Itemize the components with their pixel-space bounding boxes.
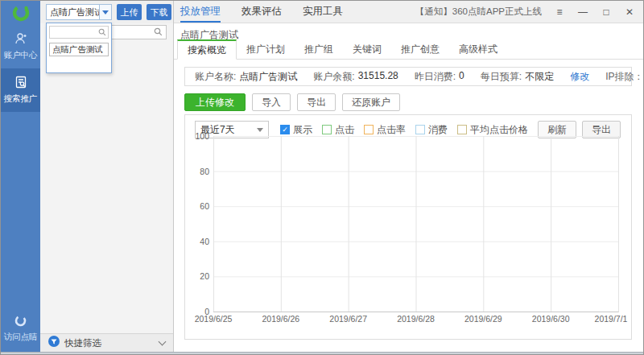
metric-ctr[interactable]: 点击率 xyxy=(364,123,406,137)
account-info-bar: 账户名称: 点睛广告测试 账户余额: 31515.28 昨日消费: 0 每日预算… xyxy=(184,67,632,86)
notice-text[interactable]: 【通知】360点睛APP正式上线 xyxy=(415,6,542,18)
checkbox-icon[interactable] xyxy=(364,125,374,134)
menu-icon[interactable]: ≡ xyxy=(554,6,565,18)
tab-keywords[interactable]: 关键词 xyxy=(343,40,391,59)
checkbox-checked-icon[interactable]: ✓ xyxy=(280,125,290,134)
left-panel-toolbar: 点睛广告测试 上传 下载 xyxy=(40,1,173,23)
metric-checkboxes: ✓ 展示 点击 点击率 消费 xyxy=(280,123,528,137)
maximize-icon[interactable]: □ xyxy=(601,6,612,18)
daily-budget-field: 每日预算: 不限定 xyxy=(481,70,554,84)
user-icon xyxy=(1,31,40,47)
tab-promotion-creative[interactable]: 推广创意 xyxy=(391,40,449,59)
dianjing-logo-icon xyxy=(11,3,31,26)
left-panel: 点睛广告测试 上传 下载 xyxy=(40,1,174,354)
select-caret-zone[interactable] xyxy=(99,5,111,19)
import-button[interactable]: 导入 xyxy=(252,93,291,111)
tab-delivery-management[interactable]: 投放管理 xyxy=(180,1,221,23)
x-tick: 2019/6/28 xyxy=(397,314,435,324)
close-icon[interactable]: ✕ xyxy=(624,6,635,18)
upload-modify-button[interactable]: 上传修改 xyxy=(184,93,246,111)
x-tick: 2019/6/25 xyxy=(195,314,233,324)
caret-down-icon xyxy=(102,10,109,14)
tab-promotion-plan[interactable]: 推广计划 xyxy=(237,40,295,59)
sidebar-item-account-center[interactable]: 账户中心 xyxy=(1,25,40,68)
titlebar: 投放管理 效果评估 实用工具 【通知】360点睛APP正式上线 ≡ — □ ✕ xyxy=(174,1,643,23)
checkbox-icon[interactable] xyxy=(322,125,332,134)
dropdown-search-input[interactable] xyxy=(52,28,98,37)
main-content: 点睛广告测试 搜索概览 推广计划 推广组 关键词 推广创意 高级样式 账户名称:… xyxy=(174,23,643,354)
y-tick: 100 xyxy=(195,131,209,141)
dropdown-search[interactable] xyxy=(49,26,109,39)
tab-effect-evaluation[interactable]: 效果评估 xyxy=(242,1,282,23)
quick-filter-label: 快捷筛选 xyxy=(64,337,101,349)
search-icon xyxy=(98,25,106,39)
metric-avg-cpc[interactable]: 平均点击价格 xyxy=(457,123,528,137)
filter-icon xyxy=(48,336,60,350)
window-bottom-frame xyxy=(1,352,643,354)
account-select-dropdown: 点睛广告测试 xyxy=(46,23,112,73)
sidebar-item-label: 搜索推广 xyxy=(4,93,38,103)
checkbox-icon[interactable] xyxy=(415,125,425,134)
titlebar-right: 【通知】360点睛APP正式上线 ≡ — □ ✕ xyxy=(415,6,643,18)
tab-promotion-group[interactable]: 推广组 xyxy=(295,40,343,59)
dianjing-ring-icon xyxy=(1,314,40,329)
modify-link[interactable]: 修改 xyxy=(570,70,589,84)
ip-exclusion-field: IP排除： 已设置(3) xyxy=(605,70,644,84)
action-buttons: 上传修改 导入 导出 还原账户 xyxy=(184,93,400,111)
chart-panel: 最近7天 ✓ 展示 点击 点 xyxy=(184,114,632,340)
sidebar-item-label: 账户中心 xyxy=(4,50,38,60)
metric-impressions[interactable]: ✓ 展示 xyxy=(280,123,312,137)
chevron-down-icon[interactable] xyxy=(159,338,167,346)
account-name-field: 账户名称: 点睛广告测试 xyxy=(195,70,297,84)
account-select-value: 点睛广告测试 xyxy=(47,6,99,19)
dropdown-option-account[interactable]: 点睛广告测试 xyxy=(49,43,109,56)
account-balance-field: 账户余额: 31515.28 xyxy=(313,70,398,84)
section-tabs: 搜索概览 推广计划 推广组 关键词 推广创意 高级样式 xyxy=(174,40,643,60)
sidebar-item-search-promotion[interactable]: 搜索推广 xyxy=(1,68,40,112)
x-tick: 2019/6/29 xyxy=(464,314,502,324)
main-area: 投放管理 效果评估 实用工具 【通知】360点睛APP正式上线 ≡ — □ ✕ … xyxy=(174,1,643,354)
yesterday-cost-field: 昨日消费: 0 xyxy=(415,70,464,84)
account-select[interactable]: 点睛广告测试 xyxy=(46,4,112,20)
x-tick: 2019/6/26 xyxy=(262,314,299,324)
app-window: 账户中心 搜索推广 访问点睛 xyxy=(0,0,644,355)
y-tick: 80 xyxy=(200,167,209,176)
checkbox-icon[interactable] xyxy=(457,125,467,134)
tab-search-overview[interactable]: 搜索概览 xyxy=(177,39,237,60)
x-tick: 2019/7/1 xyxy=(595,314,628,324)
metric-clicks[interactable]: 点击 xyxy=(322,123,354,137)
download-button[interactable]: 下载 xyxy=(147,4,171,20)
y-tick: 60 xyxy=(200,201,209,211)
app-logo xyxy=(1,1,40,25)
minimize-icon[interactable]: — xyxy=(577,6,588,18)
metric-cost[interactable]: 消费 xyxy=(415,123,448,137)
tab-advanced-style[interactable]: 高级样式 xyxy=(449,40,507,59)
caret-down-icon xyxy=(257,128,263,132)
tab-utilities[interactable]: 实用工具 xyxy=(303,1,343,23)
x-tick: 2019/6/30 xyxy=(532,314,570,324)
export-button[interactable]: 导出 xyxy=(297,93,336,111)
y-tick: 20 xyxy=(200,271,209,281)
restore-account-button[interactable]: 还原账户 xyxy=(342,93,400,111)
search-icon xyxy=(154,25,163,39)
sidebar: 账户中心 搜索推广 访问点睛 xyxy=(1,1,40,354)
sidebar-item-visit-dianjing[interactable]: 访问点睛 xyxy=(1,314,40,343)
quick-filter-bar[interactable]: 快捷筛选 xyxy=(40,333,173,352)
upload-button[interactable]: 上传 xyxy=(117,4,142,20)
visit-label: 访问点睛 xyxy=(4,332,38,341)
y-tick: 40 xyxy=(200,237,209,246)
top-nav: 投放管理 效果评估 实用工具 xyxy=(174,1,343,23)
document-search-icon xyxy=(1,75,40,91)
x-tick: 2019/6/27 xyxy=(329,314,367,324)
line-chart: 100 80 60 40 20 0 2019/6/25 2019/6/26 20… xyxy=(213,136,619,312)
